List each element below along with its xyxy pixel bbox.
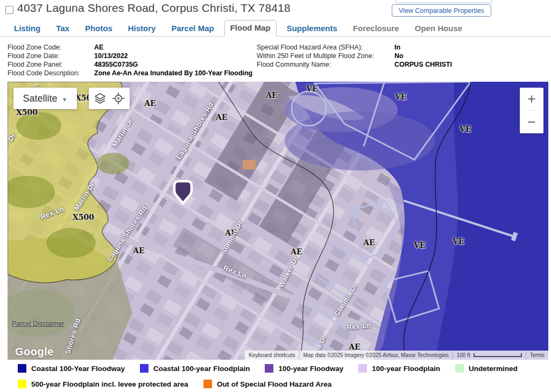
parcel-disclaimer-link[interactable]: Parcel Disclaimer — [12, 320, 64, 327]
legend-item: Out of Special Flood Hazard Area — [203, 380, 331, 388]
flood-info-panel: Flood Zone Code: AE Flood Zone Date: 10/… — [0, 43, 551, 81]
legend-item: Undetermined — [455, 364, 518, 373]
map-tools — [89, 88, 130, 109]
legend-row: 500-year Floodplain incl. levee protecte… — [0, 379, 551, 389]
page-title: 4037 Laguna Shores Road, Corpus Christi,… — [17, 2, 291, 15]
info-label: Flood Zone Code: — [8, 43, 94, 52]
info-value: 48355C0735G — [94, 60, 138, 69]
my-location-icon[interactable] — [112, 92, 125, 105]
flood-map[interactable]: AE AE AE AE AE AE AE AE VE VE VE VE — [8, 82, 548, 360]
map-satellite-canvas[interactable] — [8, 82, 548, 360]
info-row: Within 250 Feet of Multiple Flood Zone: … — [257, 52, 547, 60]
tab-list: Listing Tax Photos History Parcel Map Fl… — [0, 20, 551, 36]
legend-item: Coastal 100-Year Floodway — [18, 364, 125, 373]
tab-item[interactable]: Flood Map — [224, 20, 277, 37]
legend-color-swatch — [203, 380, 212, 388]
info-value: 10/13/2022 — [94, 52, 128, 60]
legend-label: Out of Special Flood Hazard Area — [217, 380, 331, 388]
tab-item[interactable]: Open House — [409, 21, 468, 36]
property-flood-page: 4037 Laguna Shores Road, Corpus Christi,… — [0, 0, 551, 392]
map-scale: 100 ft — [453, 351, 526, 360]
info-value: CORPUS CHRISTI — [394, 60, 452, 69]
legend-label: Coastal 100-Year Floodway — [31, 365, 125, 373]
tab-bar: Listing Tax Photos History Parcel Map Fl… — [0, 20, 551, 37]
property-checkbox[interactable] — [5, 6, 13, 14]
info-row: Special Flood Hazard Area (SFHA): In — [257, 43, 547, 52]
info-label: Flood Zone Date: — [8, 52, 94, 60]
legend-item: 100-year Floodplain — [358, 364, 440, 373]
layers-icon[interactable] — [94, 92, 107, 105]
info-value: No — [394, 52, 404, 60]
legend-color-swatch — [265, 364, 273, 373]
flood-info-left-column: Flood Zone Code: AE Flood Zone Date: 10/… — [8, 43, 255, 77]
info-row: Flood Code Description: Zone Ae-An Area … — [8, 69, 255, 77]
legend-label: 500-year Floodplain incl. levee protecte… — [31, 380, 188, 388]
map-attribution-bar: Keyboard shortcuts Map data ©2025 Imager… — [245, 351, 548, 360]
legend-item: 500-year Floodplain incl. levee protecte… — [18, 380, 188, 388]
info-label: Flood Community Name: — [257, 60, 394, 69]
info-row: Flood Community Name: CORPUS CHRISTI — [257, 60, 547, 69]
legend-color-swatch — [18, 364, 26, 373]
tab-item[interactable]: Listing — [9, 21, 46, 36]
keyboard-shortcuts-link[interactable]: Keyboard shortcuts — [245, 351, 299, 360]
info-value: AE — [94, 43, 103, 52]
zoom-in-button[interactable]: + — [520, 88, 543, 110]
legend-color-swatch — [358, 364, 367, 373]
view-comparable-properties-button[interactable]: View Comparable Properties — [392, 4, 491, 17]
info-value: In — [394, 43, 400, 52]
tab-item[interactable]: Supplements — [281, 21, 343, 36]
map-type-selector[interactable]: Satellite ▼ — [13, 88, 77, 109]
tab-item[interactable]: History — [123, 21, 161, 36]
flood-info-right-column: Special Flood Hazard Area (SFHA): In Wit… — [257, 43, 547, 69]
legend-color-swatch — [140, 364, 149, 373]
legend-color-swatch — [455, 364, 464, 373]
map-type-label: Satellite — [23, 93, 58, 104]
tab-item[interactable]: Photos — [80, 21, 118, 36]
page-header: 4037 Laguna Shores Road, Corpus Christi,… — [0, 0, 551, 19]
tab-item[interactable]: Foreclosure — [348, 21, 405, 36]
info-label: Within 250 Feet of Multiple Flood Zone: — [257, 52, 394, 60]
map-scale-bar — [474, 353, 522, 357]
legend-label: Undetermined — [469, 365, 518, 373]
legend-item: Coastal 100-year Floodplain — [140, 364, 250, 373]
legend-label: Coastal 100-year Floodplain — [153, 365, 250, 373]
zoom-control: + − — [520, 88, 543, 133]
tab-item[interactable]: Parcel Map — [166, 21, 219, 36]
map-data-attribution: Map data ©2025 Imagery ©2025 Airbus, Max… — [299, 351, 452, 360]
info-row: Flood Zone Date: 10/13/2022 — [8, 52, 255, 60]
legend-row: Coastal 100-Year Floodway Coastal 100-ye… — [0, 364, 551, 373]
info-row: Flood Zone Panel: 48355C0735G — [8, 60, 255, 69]
legend-item: 100-year Floodway — [265, 364, 343, 373]
chevron-down-icon: ▼ — [62, 96, 68, 103]
tab-item[interactable]: Tax — [51, 21, 75, 36]
legend-label: 100-year Floodplain — [372, 365, 440, 373]
legend-color-swatch — [18, 380, 26, 388]
info-label: Flood Code Description: — [8, 69, 94, 77]
terms-link[interactable]: Terms — [526, 351, 548, 360]
info-label: Flood Zone Panel: — [8, 60, 94, 69]
flood-legend: Coastal 100-Year Floodway Coastal 100-ye… — [0, 364, 551, 389]
google-logo[interactable]: Google — [15, 346, 54, 358]
zoom-out-button[interactable]: − — [520, 111, 543, 133]
legend-label: 100-year Floodway — [278, 365, 343, 373]
info-value: Zone Ae-An Area Inundated By 100-Year Fl… — [94, 69, 252, 77]
map-scale-label: 100 ft — [457, 352, 470, 358]
info-row: Flood Zone Code: AE — [8, 43, 255, 52]
cropped-button-top — [395, 0, 492, 3]
info-label: Special Flood Hazard Area (SFHA): — [257, 43, 394, 52]
